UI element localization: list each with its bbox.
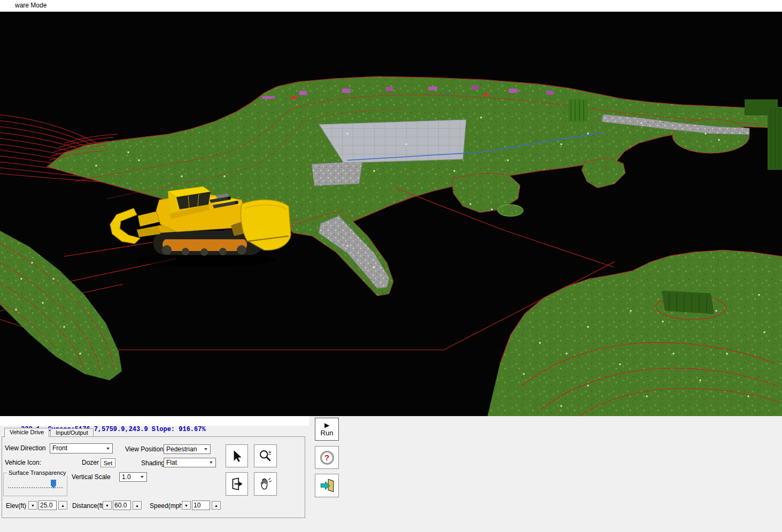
vehicle-drive-panel: View Direction Front View Position Pedes… xyxy=(2,436,305,518)
help-question-icon: ? xyxy=(320,451,334,465)
view-direction-value: Front xyxy=(52,444,67,452)
view-position-select[interactable]: Pedestrian xyxy=(164,444,211,454)
vertical-scale-value: 1.0 xyxy=(122,473,131,481)
pan-button[interactable] xyxy=(254,472,277,496)
view-direction-select[interactable]: Front xyxy=(50,443,113,453)
distance-decrease-button[interactable]: ▼ xyxy=(103,501,112,510)
shading-value: Flat xyxy=(166,459,177,466)
tab-input-output[interactable]: Input/Output xyxy=(50,428,94,437)
chevron-down-icon xyxy=(106,448,110,450)
vertical-scale-select[interactable]: 1.0 xyxy=(119,472,147,482)
triangle-up-icon: ▲ xyxy=(214,504,218,507)
cursor-arrow-icon xyxy=(230,449,244,463)
speed-label: Speed(mph) xyxy=(150,502,185,510)
chevron-down-icon xyxy=(141,476,144,478)
view-direction-label: View Direction xyxy=(5,444,45,452)
elev-input[interactable] xyxy=(38,500,57,510)
walkthrough-button[interactable] xyxy=(226,472,248,496)
speed-input[interactable] xyxy=(192,500,210,510)
surface-transparency-group: Surface Transparency xyxy=(3,473,67,496)
play-icon: ▶ xyxy=(324,422,329,429)
vertical-scale-label: Vertical Scale xyxy=(72,473,111,481)
elev-decrease-button[interactable]: ▼ xyxy=(28,501,37,510)
application-window: ware Mode xyxy=(0,0,782,532)
surface-transparency-label: Surface Transparency xyxy=(7,470,68,476)
3d-viewport[interactable] xyxy=(0,12,782,416)
speed-increase-button[interactable]: ▲ xyxy=(212,501,221,510)
tab-strip: Vehicle Drive Input/Output xyxy=(4,428,95,437)
view-position-label: View Position xyxy=(125,445,164,453)
select-pointer-button[interactable] xyxy=(226,444,248,467)
vehicle-icon-value: Dozer xyxy=(82,459,99,466)
triangle-up-icon: ▲ xyxy=(61,504,65,507)
title-bar: ware Mode xyxy=(0,0,782,12)
shading-select[interactable]: Flat xyxy=(164,458,216,467)
view-position-value: Pedestrian xyxy=(166,445,197,453)
triangle-down-icon: ▼ xyxy=(184,504,188,507)
help-button[interactable]: ? xyxy=(315,446,339,469)
speed-decrease-button[interactable]: ▼ xyxy=(182,501,191,510)
elev-label: Elev(ft) xyxy=(6,502,26,510)
hand-icon xyxy=(258,476,273,491)
walkthrough-door-icon xyxy=(229,476,244,491)
liner-pad xyxy=(319,120,466,163)
exit-door-icon xyxy=(319,478,335,493)
distance-label: Distance(ft) xyxy=(72,502,105,510)
triangle-down-icon: ▼ xyxy=(31,504,35,507)
zoom-magnifier-icon: ± xyxy=(258,449,273,464)
chevron-down-icon xyxy=(204,448,207,450)
run-button-label: Run xyxy=(321,429,334,437)
shading-label: Shading xyxy=(141,459,165,467)
chevron-down-icon xyxy=(210,461,213,464)
elev-increase-button[interactable]: ▲ xyxy=(58,501,67,510)
triangle-up-icon: ▲ xyxy=(135,504,139,507)
set-vehicle-button[interactable]: Set xyxy=(100,458,115,467)
terrain-scene xyxy=(0,12,782,416)
vehicle-icon-label: Vehicle Icon: xyxy=(5,459,41,466)
status-bar: ,238.1 Cursor:5176.7,5759.9,243.9 Slope:… xyxy=(0,416,309,426)
zoom-button[interactable]: ± xyxy=(254,444,277,467)
run-button[interactable]: ▶ Run xyxy=(315,418,339,441)
distance-increase-button[interactable]: ▲ xyxy=(133,501,142,510)
window-title: ware Mode xyxy=(15,2,47,9)
tab-vehicle-drive[interactable]: Vehicle Drive xyxy=(4,428,49,437)
triangle-down-icon: ▼ xyxy=(105,504,109,507)
svg-text:±: ± xyxy=(268,449,271,455)
exit-button[interactable] xyxy=(315,474,339,497)
distance-input[interactable] xyxy=(113,500,131,510)
